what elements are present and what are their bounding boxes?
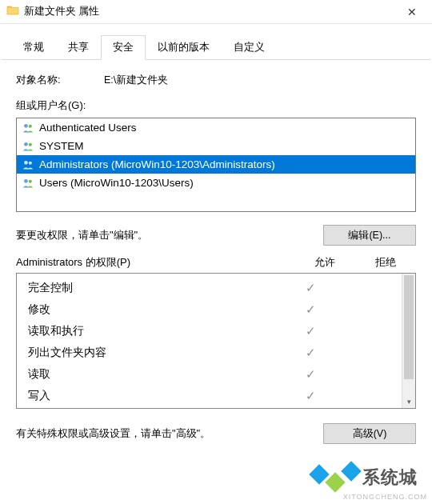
list-item-label: Authenticated Users [39, 122, 137, 134]
svg-point-4 [24, 160, 28, 164]
permission-name: 完全控制 [28, 281, 280, 295]
users-icon [22, 141, 36, 152]
watermark-url: XITONGCHENG.COM [343, 493, 427, 501]
svg-point-7 [29, 179, 32, 182]
permission-row: 列出文件夹内容✓ [28, 342, 402, 363]
tab-general[interactable]: 常规 [11, 35, 56, 60]
permission-name: 列出文件夹内容 [28, 346, 280, 360]
tab-sharing[interactable]: 共享 [56, 35, 101, 60]
svg-point-3 [29, 142, 32, 146]
watermark-brand: 系统城 [362, 466, 418, 490]
groups-listbox[interactable]: Authenticated UsersSYSTEMAdministrators … [16, 118, 416, 212]
edit-hint-row: 要更改权限，请单击"编辑"。 编辑(E)... [16, 225, 416, 246]
permission-row: 读取和执行✓ [28, 320, 402, 342]
allow-check-icon: ✓ [280, 302, 341, 317]
deny-col-header: 拒绝 [355, 255, 416, 270]
object-name-label: 对象名称: [16, 73, 104, 87]
object-name-row: 对象名称: E:\新建文件夹 [16, 73, 416, 87]
tabs: 常规 共享 安全 以前的版本 自定义 [0, 24, 432, 60]
svg-point-2 [24, 142, 28, 146]
scrollbar-thumb[interactable] [404, 275, 414, 379]
advanced-row: 有关特殊权限或高级设置，请单击"高级"。 高级(V) [16, 423, 416, 444]
close-button[interactable]: ✕ [395, 1, 429, 23]
list-item[interactable]: Administrators (MicroWin10-1203\Administ… [17, 155, 415, 174]
list-item-label: Administrators (MicroWin10-1203\Administ… [39, 158, 275, 170]
edit-button[interactable]: 编辑(E)... [323, 225, 416, 246]
title-bar: 新建文件夹 属性 ✕ [0, 0, 432, 24]
tab-security[interactable]: 安全 [101, 35, 146, 60]
users-icon [22, 159, 36, 170]
svg-point-6 [24, 178, 28, 182]
edit-hint: 要更改权限，请单击"编辑"。 [16, 228, 323, 242]
permissions-title: Administrators 的权限(P) [16, 255, 294, 270]
folder-icon [6, 4, 24, 19]
tab-previous[interactable]: 以前的版本 [146, 35, 222, 60]
list-item[interactable]: SYSTEM [17, 137, 415, 155]
watermark-decoration [312, 467, 358, 490]
users-icon [22, 122, 36, 134]
permissions-header: Administrators 的权限(P) 允许 拒绝 [16, 255, 416, 273]
groups-label: 组或用户名(G): [16, 98, 416, 113]
scrollbar[interactable]: ▾ [402, 274, 415, 408]
svg-point-1 [29, 124, 32, 127]
svg-point-5 [29, 161, 32, 164]
object-name-value: E:\新建文件夹 [104, 74, 168, 87]
list-item[interactable]: Users (MicroWin10-1203\Users) [17, 174, 415, 192]
advanced-button[interactable]: 高级(V) [323, 423, 416, 444]
permission-name: 写入 [28, 389, 280, 403]
allow-check-icon: ✓ [280, 389, 341, 403]
allow-check-icon: ✓ [280, 281, 341, 295]
permission-name: 修改 [28, 302, 280, 317]
svg-point-0 [24, 123, 28, 127]
users-icon [22, 178, 36, 189]
permission-name: 读取 [28, 367, 280, 382]
permission-name: 读取和执行 [28, 324, 280, 338]
advanced-hint: 有关特殊权限或高级设置，请单击"高级"。 [16, 426, 323, 441]
list-item-label: SYSTEM [39, 140, 84, 152]
permission-row: 读取✓ [28, 363, 402, 385]
close-icon: ✕ [407, 6, 417, 18]
tab-customize[interactable]: 自定义 [222, 35, 277, 60]
permission-row: 完全控制✓ [28, 277, 402, 298]
scroll-down-icon[interactable]: ▾ [402, 394, 415, 408]
list-item[interactable]: Authenticated Users [17, 118, 415, 137]
list-item-label: Users (MicroWin10-1203\Users) [39, 177, 194, 189]
allow-check-icon: ✓ [280, 367, 341, 382]
allow-check-icon: ✓ [280, 346, 341, 360]
permission-row: 修改✓ [28, 298, 402, 320]
security-panel: 对象名称: E:\新建文件夹 组或用户名(G): Authenticated U… [0, 60, 432, 452]
allow-col-header: 允许 [294, 255, 355, 270]
window-title: 新建文件夹 属性 [24, 5, 395, 18]
permission-row: 写入✓ [28, 385, 402, 406]
permissions-list: 完全控制✓修改✓读取和执行✓列出文件夹内容✓读取✓写入✓ [17, 274, 402, 408]
permissions-container: 完全控制✓修改✓读取和执行✓列出文件夹内容✓读取✓写入✓ ▾ [16, 273, 416, 409]
allow-check-icon: ✓ [280, 324, 341, 338]
